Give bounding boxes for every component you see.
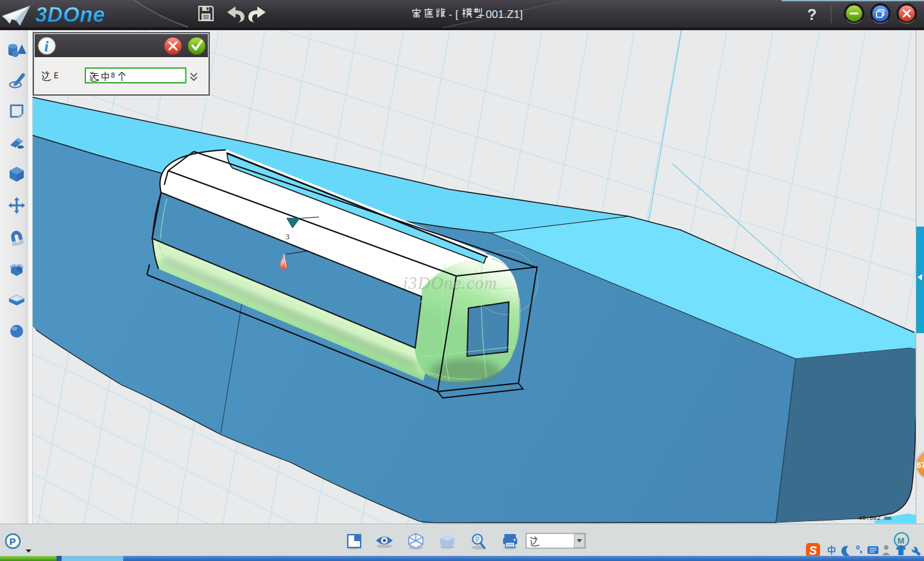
svg-text:E: E: [54, 72, 58, 81]
svg-text:S: S: [809, 544, 817, 557]
svg-text:i: i: [44, 38, 49, 55]
svg-text:67: 67: [917, 461, 924, 470]
svg-text:- [: - [: [449, 8, 458, 21]
svg-text:3DOne: 3DOne: [35, 3, 105, 26]
svg-text:P: P: [10, 536, 16, 547]
svg-text:3: 3: [286, 232, 289, 241]
svg-text:M: M: [898, 536, 905, 546]
svg-text:i3DOne.com: i3DOne.com: [403, 273, 497, 293]
svg-text:001.Z1]: 001.Z1]: [486, 8, 523, 21]
svg-text:?: ?: [807, 6, 817, 23]
svg-text:8: 8: [111, 71, 115, 79]
svg-text:40.082 mm: 40.082 mm: [859, 515, 892, 522]
